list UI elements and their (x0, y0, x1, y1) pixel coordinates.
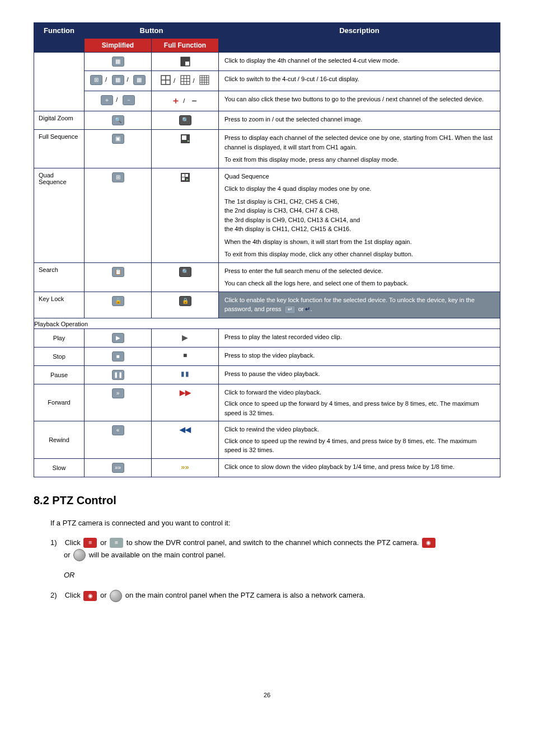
fullseq-desc: Press to display each channel of the sel… (219, 130, 500, 168)
play-func: Play (34, 328, 85, 347)
slow-desc: Click once to slow down the video playba… (219, 458, 500, 477)
pause-full-icon[interactable]: ▮▮ (181, 370, 190, 378)
playback-section-label: Playback Operation (34, 318, 500, 328)
cut16-full-icon[interactable] (199, 75, 209, 87)
zoom-func: Digital Zoom (34, 111, 85, 130)
cut4-full-icon[interactable] (161, 75, 171, 87)
forward-func: Forward (34, 384, 85, 421)
prevnext-desc: You can also click these two buttons to … (219, 91, 500, 111)
svg-rect-5 (181, 76, 190, 84)
keylock-desc: Click to enable the key lock function fo… (219, 292, 500, 318)
step-1: 1) Click ≡ or ≡ to show the DVR control … (50, 537, 500, 562)
pause-desc: Press to pause the video playback. (219, 365, 500, 384)
step-2: 2) Click ◉ or on the main control panel … (50, 589, 500, 602)
cut4-simplified-icon[interactable]: ⊞ (90, 75, 102, 85)
keylock-func: Key Lock (34, 292, 85, 318)
rewind-simplified-icon[interactable]: « (112, 425, 124, 435)
quadseq-func: Quad Sequence (34, 168, 85, 262)
svg-rect-22 (185, 174, 188, 177)
ch4-desc: Click to display the 4th channel of the … (219, 53, 500, 71)
zoom-full-icon[interactable]: 🔍 (179, 115, 191, 125)
fullseq-simplified-icon[interactable]: ▣ (112, 134, 124, 144)
stop-desc: Press to stop the video playback. (219, 347, 500, 365)
slow-simplified-icon[interactable]: »» (112, 463, 124, 473)
slow-full-icon[interactable]: »» (181, 463, 189, 471)
pause-simplified-icon[interactable]: ❚❚ (112, 370, 124, 380)
rewind-desc: Click to rewind the video playback. Clic… (219, 421, 500, 459)
cut16-simplified-icon[interactable]: ▦ (133, 75, 146, 85)
rewind-func: Rewind (34, 421, 85, 459)
zoom-desc: Press to zoom in / out the selected chan… (219, 111, 500, 130)
slow-func: Slow (34, 458, 85, 477)
fullseq-full-icon[interactable] (180, 134, 190, 145)
section-intro: If a PTZ camera is connected and you wan… (50, 517, 500, 529)
keylock-simplified-icon[interactable]: 🔒 (112, 296, 124, 306)
forward-simplified-icon[interactable]: » (112, 388, 124, 398)
svg-rect-21 (182, 174, 185, 177)
search-desc: Press to enter the full search menu of t… (219, 262, 500, 292)
ptz-circle-icon-2[interactable] (110, 590, 122, 602)
keylock-enter-icon: ↵ (284, 306, 296, 314)
dvr-alt-icon[interactable]: ≡ (110, 538, 123, 548)
prev-simplified-icon[interactable]: ＋ (101, 95, 113, 105)
svg-rect-23 (182, 177, 185, 180)
quadseq-full-icon[interactable] (180, 172, 190, 184)
rewind-full-icon[interactable]: ◀◀ (180, 425, 191, 434)
next-full-icon[interactable]: － (190, 95, 199, 107)
page-number: 26 (34, 692, 500, 698)
stop-full-icon[interactable]: ■ (183, 351, 187, 359)
zoom-simplified-icon[interactable]: 🔍 (112, 115, 124, 125)
pause-func: Pause (34, 365, 85, 384)
func-empty (34, 53, 85, 111)
next-simplified-icon[interactable]: － (123, 95, 135, 105)
ptz-red-icon-2[interactable]: ◉ (83, 591, 97, 601)
header-full-function: Full Function (152, 39, 219, 53)
step-or: OR (64, 569, 500, 581)
forward-desc: Click to forward the video playback. Cli… (219, 384, 500, 421)
play-full-icon[interactable]: ▶ (182, 333, 188, 342)
play-simplified-icon[interactable]: ▶ (112, 333, 124, 343)
svg-rect-1 (185, 62, 189, 65)
forward-full-icon[interactable]: ▶▶ (180, 388, 191, 397)
cut9-full-icon[interactable] (180, 75, 190, 87)
header-description: Description (219, 23, 500, 53)
dvr-button-icon[interactable]: ≡ (83, 538, 97, 548)
play-desc: Press to play the latest recorded video … (219, 328, 500, 347)
prev-full-icon[interactable]: ＋ (171, 95, 180, 107)
svg-rect-18 (182, 135, 186, 140)
quadseq-desc: Quad Sequence Click to display the 4 qua… (219, 168, 500, 262)
quadseq-simplified-icon[interactable]: ⊞ (112, 172, 124, 182)
stop-simplified-icon[interactable]: ■ (112, 351, 124, 361)
search-full-icon[interactable]: 🔍 (179, 267, 191, 277)
section-heading: 8.2 PTZ Control (34, 494, 500, 507)
cut-desc: Click to switch to the 4-cut / 9-cut / 1… (219, 71, 500, 91)
stop-func: Stop (34, 347, 85, 365)
ch4-simplified-icon[interactable]: ▦ (112, 57, 124, 67)
ch4-full-icon[interactable] (180, 57, 190, 67)
keylock-full-icon[interactable]: 🔒 (179, 296, 191, 306)
header-function: Function (34, 23, 85, 53)
ptz-red-icon[interactable]: ◉ (422, 538, 435, 548)
ptz-circle-icon[interactable] (73, 549, 86, 561)
cut9-simplified-icon[interactable]: ▦ (112, 75, 124, 85)
fullseq-func: Full Sequence (34, 130, 85, 168)
search-simplified-icon[interactable]: 📋 (112, 267, 124, 277)
function-table: Function Button Description Simplified F… (34, 22, 500, 477)
header-button: Button (85, 23, 219, 39)
header-simplified: Simplified (85, 39, 152, 53)
search-func: Search (34, 262, 85, 292)
